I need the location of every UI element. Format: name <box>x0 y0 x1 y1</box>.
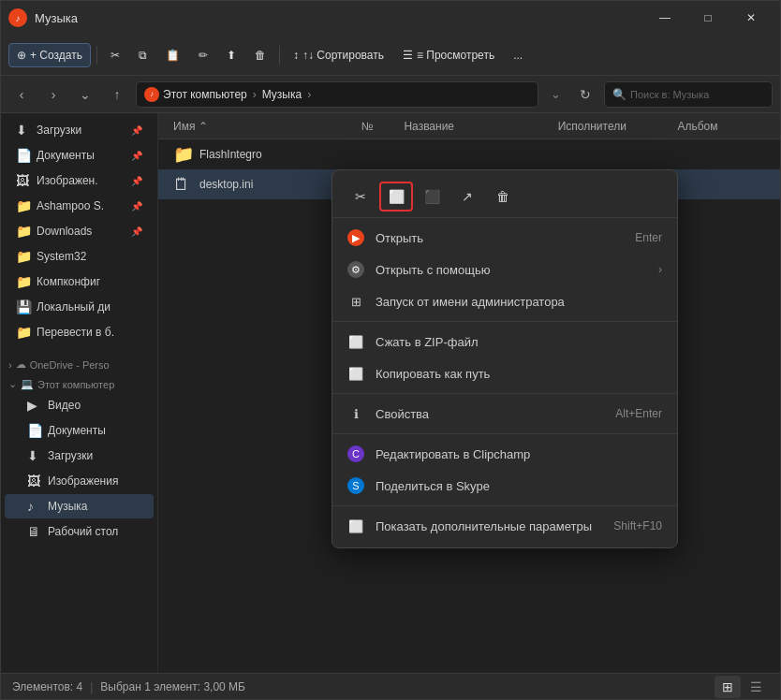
pin-icon: 📌 <box>131 226 142 237</box>
sidebar-section-thispc[interactable]: ⌄ 💻 Этот компьютер <box>1 372 157 392</box>
ctx-item-skype[interactable]: S Поделиться в Skype <box>332 470 677 502</box>
sidebar-item-downloads-pc[interactable]: ⬇ Загрузки <box>5 444 154 468</box>
path-separator-1: › <box>253 88 257 101</box>
window-controls: — □ ✕ <box>643 1 773 35</box>
sidebar-item-documents-pc[interactable]: 📄 Документы <box>5 418 154 443</box>
delete-icon: 🗑 <box>255 49 266 62</box>
status-bar: Элементов: 4 | Выбран 1 элемент: 3,00 МБ… <box>1 673 780 699</box>
sidebar-item-label: Документы <box>37 149 95 162</box>
sidebar-item-label: Рабочий стол <box>48 525 118 538</box>
ctx-copy-button[interactable]: ⬜ <box>379 182 413 211</box>
ctx-arrow-icon: › <box>658 263 662 276</box>
sidebar-item-system32[interactable]: 📁 System32 <box>5 244 154 269</box>
ctx-cut-icon: ✂ <box>355 189 366 204</box>
sidebar-item-downloads2[interactable]: 📁 Downloads 📌 <box>5 219 154 243</box>
ctx-cut-button[interactable]: ✂ <box>344 182 377 211</box>
sidebar-item-desktop[interactable]: 🖥 Рабочий стол <box>5 519 154 544</box>
view-button[interactable]: ☰ ≡ Просмотреть <box>395 44 502 66</box>
sidebar-item-music[interactable]: ♪ Музыка <box>5 494 154 518</box>
ctx-compress-icon: ⬜ <box>347 333 364 350</box>
ctx-item-clipchamp[interactable]: C Редактировать в Clipchamp <box>332 438 677 470</box>
sidebar-item-docs[interactable]: 📄 Документы 📌 <box>5 143 154 168</box>
path-segment-1: Этот компьютер <box>163 88 247 101</box>
sidebar-item-label: Изображен. <box>37 174 98 187</box>
sidebar-item-images[interactable]: 🖼 Изображен. 📌 <box>5 168 154 193</box>
ctx-delete-icon: 🗑 <box>496 189 509 204</box>
minimize-button[interactable]: — <box>643 1 686 35</box>
copy-button[interactable]: ⧉ <box>131 44 155 66</box>
delete-button[interactable]: 🗑 <box>247 44 273 66</box>
rename-button[interactable]: ✏ <box>191 44 215 66</box>
ctx-item-copy-path[interactable]: ⬜ Копировать как путь <box>332 357 677 389</box>
path-segment-2: Музыка <box>262 88 302 101</box>
sidebar-item-ashampoo[interactable]: 📁 Ashampoo S. 📌 <box>5 194 154 218</box>
create-button[interactable]: ⊕ + Создать <box>8 43 91 67</box>
sidebar-item-label: Документы <box>48 424 106 437</box>
sidebar-item-label: Загрузки <box>48 449 93 462</box>
share-button[interactable]: ⬆ <box>219 44 243 66</box>
title-bar: ♪ Музыка — □ ✕ <box>1 1 780 35</box>
sidebar-item-video[interactable]: ▶ Видео <box>5 393 154 417</box>
system32-icon: 📁 <box>16 249 31 264</box>
folder-icon: 📁 <box>173 144 192 165</box>
up-button[interactable]: ↑ <box>104 81 130 108</box>
sidebar-item-translate[interactable]: 📁 Перевести в б. <box>5 320 154 344</box>
sidebar-item-label: Перевести в б. <box>37 326 114 339</box>
more-icon: ... <box>513 49 523 62</box>
file-item-flashintegro[interactable]: 📁 FlashIntegro <box>158 139 780 169</box>
column-name-header[interactable]: Имя ⌃ <box>173 120 361 133</box>
pin-icon: 📌 <box>131 176 142 186</box>
path-dropdown-button[interactable]: ⌄ <box>544 81 567 108</box>
ctx-item-properties[interactable]: ℹ Свойства Alt+Enter <box>332 398 677 430</box>
column-num-header[interactable]: № <box>361 120 405 133</box>
close-button[interactable]: ✕ <box>729 1 773 35</box>
forward-button[interactable]: › <box>40 81 66 108</box>
sidebar-section-onedrive[interactable]: › ☁ OneDrive - Perso <box>1 353 157 372</box>
grid-view-button[interactable]: ⊞ <box>715 676 741 698</box>
list-view-button[interactable]: ☰ <box>743 676 769 698</box>
ctx-item-open-with[interactable]: ⚙ Открыть с помощью › <box>332 254 677 285</box>
paste-icon: 📋 <box>166 49 180 62</box>
grid-view-icon: ⊞ <box>722 679 733 694</box>
search-placeholder: Поиск в: Музыка <box>630 89 709 100</box>
ctx-item-more-params[interactable]: ⬜ Показать дополнительные параметры Shif… <box>332 510 677 542</box>
column-title-header[interactable]: Название <box>404 120 557 133</box>
ctx-paste-button[interactable]: ⬛ <box>415 182 449 211</box>
copy-icon: ⧉ <box>139 49 147 62</box>
dropdown-button[interactable]: ⌄ <box>72 81 98 108</box>
address-bar: ‹ › ⌄ ↑ ♪ Этот компьютер › Музыка › ⌄ ↻ … <box>1 76 780 113</box>
address-path[interactable]: ♪ Этот компьютер › Музыка › <box>136 81 538 108</box>
cut-button[interactable]: ✂ <box>103 44 127 66</box>
column-album-header[interactable]: Альбом <box>677 120 780 133</box>
sidebar-section-label: Этот компьютер <box>37 379 114 390</box>
ctx-open-with-icon: ⚙ <box>347 261 364 278</box>
search-box[interactable]: 🔍 Поиск в: Музыка <box>604 81 773 108</box>
ctx-delete-button[interactable]: 🗑 <box>486 182 520 211</box>
content-area: Имя ⌃ № Название Исполнители Альбом <box>158 113 780 673</box>
ctx-item-compress[interactable]: ⬜ Сжать в ZIP-файл <box>332 326 677 357</box>
sidebar-item-local[interactable]: 💾 Локальный ди <box>5 295 154 319</box>
sort-arrow-icon: ⌃ <box>199 120 208 133</box>
context-menu: ✂ ⬜ ⬛ ↗ 🗑 <box>332 169 678 548</box>
ctx-open-icon: ▶ <box>347 229 364 246</box>
ctx-item-open[interactable]: ▶ Открыть Enter <box>332 222 677 254</box>
sidebar-item-images-pc[interactable]: 🖼 Изображения <box>5 469 154 493</box>
ctx-share-button[interactable]: ↗ <box>450 182 484 211</box>
toolbar-separator-2 <box>279 46 280 65</box>
more-button[interactable]: ... <box>506 44 530 66</box>
main-area: ⬇ Загрузки 📌 📄 Документы 📌 🖼 Изображен. … <box>1 113 780 673</box>
maximize-button[interactable]: □ <box>686 1 729 35</box>
sidebar-item-zagr[interactable]: ⬇ Загрузки 📌 <box>5 118 154 142</box>
ctx-separator-1 <box>332 321 677 322</box>
ctx-item-run-admin[interactable]: ⊞ Запуск от имени администратора <box>332 285 677 317</box>
back-button[interactable]: ‹ <box>8 81 35 108</box>
refresh-button[interactable]: ↻ <box>572 81 598 108</box>
sidebar-item-kompconfig[interactable]: 📁 Компконфиг <box>5 270 154 294</box>
paste-button[interactable]: 📋 <box>158 44 187 66</box>
sidebar-section-label: OneDrive - Perso <box>30 359 110 371</box>
video-icon: ▶ <box>27 398 42 413</box>
column-artist-header[interactable]: Исполнители <box>558 120 678 133</box>
sort-button[interactable]: ↕ ↑↓ Сортировать <box>286 44 391 66</box>
share-icon: ⬆ <box>227 49 236 62</box>
cut-icon: ✂ <box>111 49 120 62</box>
